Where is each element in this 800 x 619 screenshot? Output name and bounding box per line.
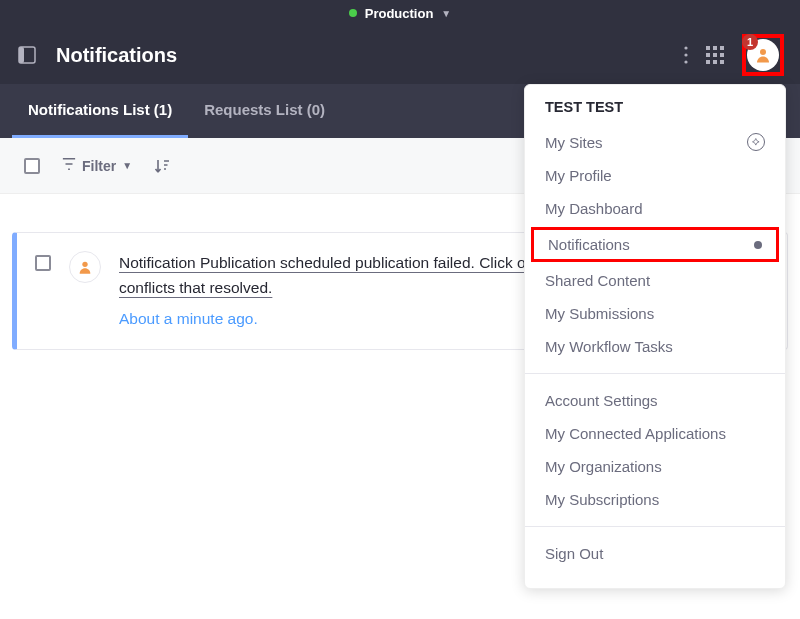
compass-icon xyxy=(747,133,765,151)
filter-button[interactable]: Filter ▼ xyxy=(62,157,132,174)
svg-point-3 xyxy=(684,53,687,56)
svg-point-15 xyxy=(82,262,87,267)
menu-label: My Workflow Tasks xyxy=(545,338,673,355)
filter-label: Filter xyxy=(82,158,116,174)
menu-my-sites[interactable]: My Sites xyxy=(525,125,785,159)
unread-dot-icon xyxy=(754,241,762,249)
svg-point-4 xyxy=(684,60,687,63)
menu-label: My Organizations xyxy=(545,458,662,475)
dropdown-username: TEST TEST xyxy=(525,99,785,125)
menu-label: My Subscriptions xyxy=(545,491,659,508)
menu-label: My Sites xyxy=(545,134,603,151)
tab-requests-list[interactable]: Requests List (0) xyxy=(188,84,341,138)
menu-label: My Dashboard xyxy=(545,200,643,217)
apps-grid-icon[interactable] xyxy=(706,46,724,64)
svg-rect-7 xyxy=(720,46,724,50)
svg-rect-13 xyxy=(720,60,724,64)
menu-label: Shared Content xyxy=(545,272,650,289)
environment-label: Production xyxy=(365,6,434,21)
svg-rect-9 xyxy=(713,53,717,57)
notification-checkbox[interactable] xyxy=(35,255,51,271)
chevron-down-icon: ▼ xyxy=(441,8,451,19)
menu-my-submissions[interactable]: My Submissions xyxy=(525,297,785,330)
sidebar-toggle-icon[interactable] xyxy=(16,44,38,66)
environment-bar[interactable]: Production ▼ xyxy=(0,0,800,26)
dropdown-divider xyxy=(525,526,785,527)
page-title: Notifications xyxy=(56,44,177,67)
user-dropdown-menu: TEST TEST My Sites My Profile My Dashboa… xyxy=(524,84,786,589)
svg-rect-6 xyxy=(713,46,717,50)
main-header: Notifications 1 xyxy=(0,26,800,84)
menu-my-dashboard[interactable]: My Dashboard xyxy=(525,192,785,225)
svg-rect-5 xyxy=(706,46,710,50)
svg-rect-8 xyxy=(706,53,710,57)
notification-count-badge: 1 xyxy=(742,34,758,50)
tab-label: Notifications List (1) xyxy=(28,101,172,118)
status-dot-icon xyxy=(349,9,357,17)
menu-label: My Profile xyxy=(545,167,612,184)
menu-account-settings[interactable]: Account Settings xyxy=(525,384,785,417)
menu-sign-out[interactable]: Sign Out xyxy=(525,537,785,570)
svg-point-14 xyxy=(760,49,766,55)
menu-label: My Connected Applications xyxy=(545,425,726,442)
user-avatar-button[interactable]: 1 xyxy=(742,34,784,76)
chevron-down-icon: ▼ xyxy=(122,160,132,171)
menu-my-connected-applications[interactable]: My Connected Applications xyxy=(525,417,785,450)
notification-avatar-icon xyxy=(69,251,101,283)
menu-label: Notifications xyxy=(548,236,630,253)
menu-my-organizations[interactable]: My Organizations xyxy=(525,450,785,483)
menu-my-profile[interactable]: My Profile xyxy=(525,159,785,192)
menu-my-subscriptions[interactable]: My Subscriptions xyxy=(525,483,785,516)
svg-rect-1 xyxy=(19,47,24,63)
svg-rect-11 xyxy=(706,60,710,64)
menu-label: My Submissions xyxy=(545,305,654,322)
dropdown-divider xyxy=(525,373,785,374)
menu-label: Sign Out xyxy=(545,545,603,562)
select-all-checkbox[interactable] xyxy=(24,158,40,174)
menu-notifications[interactable]: Notifications xyxy=(531,227,779,262)
svg-rect-12 xyxy=(713,60,717,64)
filter-icon xyxy=(62,157,76,174)
menu-shared-content[interactable]: Shared Content xyxy=(525,264,785,297)
menu-label: Account Settings xyxy=(545,392,658,409)
kebab-menu-icon[interactable] xyxy=(684,46,688,64)
tab-label: Requests List (0) xyxy=(204,101,325,118)
sort-button[interactable] xyxy=(154,158,170,174)
menu-my-workflow-tasks[interactable]: My Workflow Tasks xyxy=(525,330,785,363)
header-actions: 1 xyxy=(684,34,784,76)
svg-rect-10 xyxy=(720,53,724,57)
tab-notifications-list[interactable]: Notifications List (1) xyxy=(12,84,188,138)
svg-point-2 xyxy=(684,46,687,49)
